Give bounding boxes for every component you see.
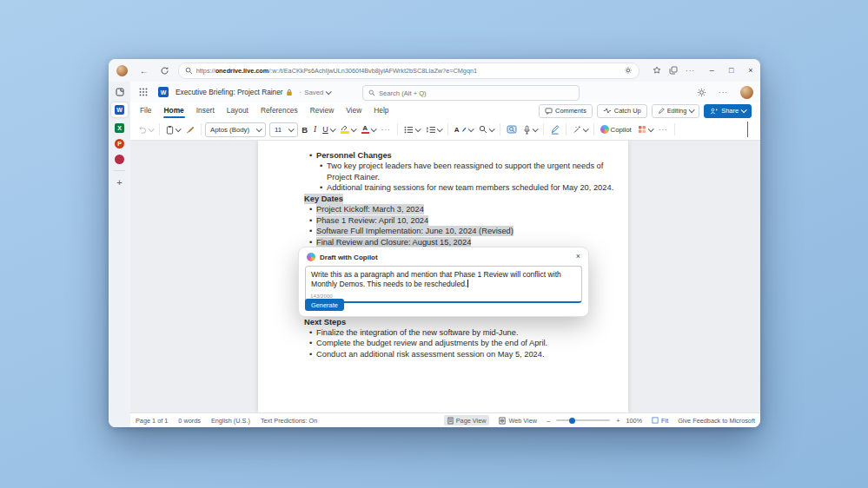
minimize-button[interactable]: – bbox=[702, 66, 721, 75]
language-status[interactable]: English (U.S.) bbox=[211, 417, 250, 425]
undo-button[interactable] bbox=[136, 124, 156, 135]
doc-line[interactable]: •Two key project leaders have been reass… bbox=[320, 161, 603, 171]
dialog-title: Draft with Copilot bbox=[320, 254, 378, 261]
highlight-color-button[interactable] bbox=[338, 123, 358, 135]
doc-line[interactable]: •Complete the budget review and adjustme… bbox=[309, 338, 547, 348]
font-color-button[interactable]: A bbox=[359, 123, 378, 136]
paste-button[interactable] bbox=[163, 123, 182, 136]
word-count[interactable]: 0 words bbox=[178, 417, 201, 425]
sensitivity-lock-icon bbox=[286, 89, 293, 96]
bold-button[interactable]: B bbox=[299, 123, 310, 136]
save-status[interactable]: ·Saved bbox=[300, 89, 331, 96]
back-button[interactable]: ← bbox=[136, 66, 152, 76]
text-cursor bbox=[467, 280, 468, 287]
page-count[interactable]: Page 1 of 1 bbox=[136, 417, 168, 425]
text-predictions-status[interactable]: Text Predictions: On bbox=[261, 417, 317, 425]
tab-view[interactable]: View bbox=[340, 103, 368, 118]
doc-line[interactable]: •Personnel Changes bbox=[309, 150, 392, 161]
favorites-star-icon[interactable] bbox=[648, 66, 665, 75]
copilot-icon bbox=[307, 253, 315, 261]
fit-icon bbox=[652, 417, 659, 424]
tab-insert[interactable]: Insert bbox=[190, 103, 221, 118]
doc-heading-next-steps[interactable]: Next Steps bbox=[304, 317, 346, 327]
browser-profile-avatar[interactable] bbox=[116, 65, 128, 76]
excel-icon: X bbox=[115, 123, 124, 133]
account-avatar[interactable] bbox=[740, 86, 753, 99]
rail-powerpoint-app[interactable]: P bbox=[115, 139, 124, 148]
catch-up-button[interactable]: Catch Up bbox=[597, 104, 647, 118]
search-input[interactable]: Search (Alt + Q) bbox=[362, 85, 580, 101]
add-ins-button[interactable] bbox=[635, 123, 655, 135]
settings-gear-icon[interactable] bbox=[697, 88, 706, 97]
copilot-icon bbox=[600, 125, 609, 134]
collections-icon[interactable] bbox=[665, 66, 681, 75]
doc-line-selected[interactable]: •Software Full Implementation: June 10, … bbox=[309, 226, 514, 236]
zoom-level[interactable]: 100% bbox=[626, 417, 642, 425]
generate-button[interactable]: Generate bbox=[305, 299, 344, 311]
header-more-icon[interactable]: ··· bbox=[719, 89, 728, 96]
rail-red-circle-app[interactable] bbox=[115, 155, 124, 164]
rail-excel-app[interactable]: X bbox=[115, 123, 124, 133]
tab-references[interactable]: References bbox=[255, 103, 304, 118]
browser-menu-icon[interactable]: ··· bbox=[682, 67, 699, 75]
document-title[interactable]: Executive Briefing: Project Rainer bbox=[176, 88, 293, 96]
word-icon: W bbox=[158, 87, 169, 97]
font-size-select[interactable]: 11 bbox=[269, 122, 298, 137]
tab-layout[interactable]: Layout bbox=[221, 103, 255, 118]
pencil-icon bbox=[658, 108, 665, 115]
editing-mode-button[interactable]: Editing bbox=[652, 104, 700, 118]
visual-search-icon[interactable] bbox=[504, 123, 520, 135]
doc-line[interactable]: •Finalize the integration of the new sof… bbox=[309, 327, 519, 338]
browser-toolbar: ← https://onedrive.live.com/:w:/t/EaCKkP… bbox=[109, 59, 760, 82]
rail-add-button[interactable]: + bbox=[116, 177, 122, 188]
copilot-button[interactable]: Copilot bbox=[598, 123, 634, 135]
close-button[interactable]: × bbox=[741, 66, 760, 75]
copilot-prompt-input[interactable]: Write this as a paragraph and mention th… bbox=[305, 266, 582, 303]
collapse-ribbon-icon[interactable] bbox=[747, 122, 748, 137]
rail-divider bbox=[114, 170, 125, 171]
editor-button[interactable] bbox=[547, 123, 562, 136]
fit-button[interactable]: Fit bbox=[648, 415, 672, 425]
pages-icon[interactable] bbox=[116, 88, 124, 96]
italic-button[interactable]: I bbox=[311, 123, 319, 135]
tab-review[interactable]: Review bbox=[304, 103, 340, 118]
feedback-link[interactable]: Give Feedback to Microsoft bbox=[678, 417, 755, 425]
app-launcher-icon[interactable] bbox=[139, 88, 148, 96]
character-counter: 143/2000 bbox=[310, 293, 333, 299]
styles-button[interactable]: A bbox=[452, 124, 475, 135]
doc-line-selected[interactable]: •Project Kickoff: March 3, 2024 bbox=[309, 204, 424, 214]
underline-button[interactable]: U bbox=[320, 123, 337, 135]
bullets-button[interactable] bbox=[401, 124, 422, 135]
font-name-select[interactable]: Aptos (Body) bbox=[205, 122, 266, 137]
tab-file[interactable]: File bbox=[134, 103, 158, 118]
tab-help[interactable]: Help bbox=[368, 103, 394, 118]
share-button[interactable]: Share bbox=[704, 104, 752, 118]
site-permissions-icon[interactable] bbox=[624, 66, 633, 75]
refresh-button[interactable] bbox=[156, 66, 172, 76]
doc-line-selected[interactable]: •Phase 1 Review: April 10, 2024 bbox=[309, 215, 428, 226]
doc-line[interactable]: •Additional training sessions for new te… bbox=[320, 182, 613, 193]
maximize-button[interactable]: □ bbox=[721, 66, 740, 75]
add-ins-grid-icon bbox=[638, 125, 646, 134]
doc-heading-key-dates[interactable]: Key Dates bbox=[304, 194, 343, 204]
line-spacing-button[interactable] bbox=[423, 124, 444, 135]
ribbon-more-icon[interactable]: ··· bbox=[656, 124, 671, 135]
page-view-button[interactable]: Page View bbox=[444, 415, 490, 425]
font-more-icon[interactable]: ··· bbox=[379, 124, 394, 135]
tab-home[interactable]: Home bbox=[158, 103, 190, 118]
address-bar[interactable]: https://onedrive.live.com/:w:/t/EaCKkPs6… bbox=[178, 63, 639, 79]
doc-line[interactable]: •Conduct an additional risk assessment s… bbox=[309, 349, 545, 359]
zoom-in-button[interactable]: + bbox=[616, 417, 620, 425]
find-button[interactable] bbox=[476, 123, 496, 135]
dictate-button[interactable] bbox=[520, 123, 540, 136]
format-painter-icon[interactable] bbox=[183, 123, 197, 135]
comments-button[interactable]: Comments bbox=[539, 104, 593, 118]
doc-line[interactable]: Project Rainer. bbox=[327, 172, 380, 182]
text-predictions-wand-icon[interactable] bbox=[570, 123, 590, 135]
zoom-slider-knob[interactable] bbox=[569, 418, 575, 424]
zoom-out-button[interactable]: – bbox=[547, 417, 550, 425]
dialog-close-icon[interactable]: × bbox=[576, 252, 580, 260]
web-view-button[interactable]: Web View bbox=[495, 415, 540, 425]
zoom-slider[interactable] bbox=[556, 419, 610, 421]
rail-word-app[interactable]: W bbox=[111, 102, 128, 117]
